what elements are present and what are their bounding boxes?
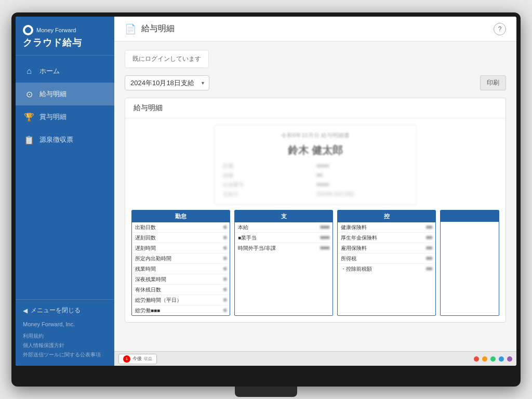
table-row: 時間外手当/非課 ■■■ — [235, 243, 332, 253]
date-dropdown-wrap: 2024年10月18日支給 — [125, 75, 209, 90]
payslip-icon: ⊙ — [24, 89, 34, 99]
logo-icon-inner — [25, 27, 31, 33]
table-row: 所得税 ■■ — [338, 254, 435, 264]
sidebar-item-bonus[interactable]: 🏆 賞与明細 — [16, 105, 114, 128]
table-row: 雇用保険料 ■■ — [338, 243, 435, 254]
row-label: 所得税 — [341, 255, 356, 262]
taskbar-dot-orange — [482, 356, 487, 362]
sidebar-item-payslip[interactable]: ⊙ 給与明細 — [16, 83, 114, 105]
sidebar-logo: Money Forward クラウド給与 — [16, 17, 114, 56]
row-value: ■■ — [426, 255, 432, 262]
table-row: 健康保険料 ■■ — [338, 222, 435, 233]
taskbar-dots — [474, 356, 512, 362]
row-value: ■ — [223, 265, 227, 273]
table-row: 総労働時間（平日） ■ — [132, 295, 230, 305]
koujo-table: 控 健康保険料 ■■ 厚生年金保険料 ■■ — [337, 210, 436, 316]
info-rows: 所属 ■■■■ 役職 ■■ 社員番号 ■■■■ 支給日 2024年10月18日 — [223, 163, 407, 198]
sidebar: Money Forward クラウド給与 ⌂ ホーム ⊙ 給与明細 🏆 賞与明細 — [16, 17, 114, 366]
home-icon: ⌂ — [24, 66, 34, 76]
footer-link-external[interactable]: 外部送信ツールに関する公表事項 — [23, 350, 107, 360]
login-notice: 既にログインしています — [125, 50, 209, 68]
content-area: 既にログインしています 2024年10月18日支給 印刷 給与明細 — [114, 42, 516, 351]
row-value: ■■■ — [320, 224, 329, 231]
footer-link-privacy[interactable]: 個人情報保護方針 — [23, 341, 107, 350]
info-dept-label: 所属 — [223, 163, 314, 170]
sidebar-nav: ⌂ ホーム ⊙ 給与明細 🏆 賞与明細 📋 源泉徴収票 — [16, 56, 114, 299]
info-empid-label: 社員番号 — [223, 181, 314, 189]
footer-links: 利用規約 個人情報保護方針 外部送信ツールに関する公表事項 — [23, 331, 107, 360]
tables-row: 勤怠 出勤日数 ■ 遅刻回数 ■ — [131, 210, 499, 316]
table-row: 残業時間 ■ — [132, 264, 230, 274]
page-icon: 📄 — [125, 23, 136, 35]
sidebar-item-home[interactable]: ⌂ ホーム — [16, 60, 114, 83]
info-card-subtitle: 令和6年10月分 給与明細書 — [223, 131, 407, 139]
sidebar-item-withholding[interactable]: 📋 源泉徴収票 — [16, 128, 114, 151]
info-card: 令和6年10月分 給与明細書 鈴木 健太郎 所属 ■■■■ 役職 ■■ 社員番号… — [214, 125, 416, 205]
table-row: ■業手当 ■■■ — [235, 233, 332, 243]
table-row: 総労働■■■ ■ — [132, 305, 230, 315]
row-label: 総労働■■■ — [135, 307, 160, 314]
row-label: 遅刻回数 — [135, 234, 156, 242]
shikyuu-header: 支 — [235, 210, 332, 222]
row-label: 本給 — [238, 224, 248, 231]
taskbar-item[interactable]: 1 今後 収益 — [118, 354, 157, 364]
table-row: 所定内出勤時間 ■ — [132, 254, 230, 264]
close-menu-label: メニューを閉じる — [31, 306, 81, 315]
product-name: クラウド給与 — [23, 36, 107, 49]
print-button[interactable]: 印刷 — [480, 75, 506, 90]
extra-table — [440, 210, 499, 316]
logo-icon — [23, 25, 33, 35]
info-role-value: ■■ — [316, 172, 408, 179]
kinmu-body: 出勤日数 ■ 遅刻回数 ■ 遅刻時間 ■ — [132, 222, 230, 315]
table-row: 本給 ■■■ — [235, 222, 332, 233]
page-title: 給与明細 — [141, 23, 175, 34]
row-value: ■ — [223, 286, 227, 294]
row-label: 所定内出勤時間 — [135, 255, 171, 262]
date-selector: 2024年10月18日支給 — [125, 75, 209, 90]
info-dept-value: ■■■■ — [316, 163, 408, 170]
extra-header — [441, 210, 499, 222]
row-label: 総労働時間（平日） — [135, 297, 182, 304]
taskbar-label: 今後 — [132, 355, 142, 362]
withholding-icon: 📋 — [24, 135, 34, 145]
date-dropdown[interactable]: 2024年10月18日支給 — [125, 75, 209, 90]
table-row: 遅刻時間 ■ — [132, 243, 230, 254]
taskbar-dot-red — [474, 356, 479, 362]
help-button[interactable]: ? — [494, 23, 506, 35]
bonus-icon: 🏆 — [24, 112, 34, 122]
controls-row: 2024年10月18日支給 印刷 — [125, 75, 506, 90]
taskbar-dot-green — [490, 356, 496, 362]
taskbar-dot-purple — [507, 356, 512, 362]
sidebar-footer: ◀ メニューを閉じる Money Forward, Inc. 利用規約 個人情報… — [16, 299, 114, 366]
row-value: ■ — [223, 224, 227, 231]
row-value: ■ — [223, 255, 227, 262]
koujo-header: 控 — [338, 210, 435, 222]
slip-section: 給与明細 令和6年10月分 給与明細書 鈴木 健太郎 所属 ■■■■ 役職 ■■ — [125, 98, 506, 323]
row-label: 時間外手当/非課 — [238, 245, 276, 252]
row-label: 出勤日数 — [135, 224, 156, 231]
top-bar-right: ? — [494, 23, 506, 35]
slip-header: 給与明細 — [125, 98, 506, 118]
sidebar-label-payslip: 給与明細 — [39, 89, 66, 99]
row-value: ■ — [223, 307, 227, 314]
table-row: 深夜残業時間 ■ — [132, 274, 230, 285]
employee-name: 鈴木 健太郎 — [223, 143, 407, 157]
row-label: 健康保険料 — [341, 224, 367, 231]
info-date-value: 2024年10月18日 — [316, 191, 408, 198]
row-label: 深夜残業時間 — [135, 276, 166, 283]
top-bar: 📄 給与明細 ? — [114, 17, 516, 42]
row-value: ■ — [223, 297, 227, 304]
shikyuu-table: 支 本給 ■■■ ■業手当 ■■■ — [234, 210, 333, 316]
kinmu-header: 勤怠 — [132, 210, 230, 222]
row-label: 残業時間 — [135, 265, 156, 273]
row-value: ■■■ — [320, 234, 329, 242]
taskbar-sublabel: 収益 — [144, 356, 152, 362]
close-menu-button[interactable]: ◀ メニューを閉じる — [23, 306, 107, 315]
footer-company: Money Forward, Inc. — [23, 321, 107, 327]
row-value: ■■■ — [320, 245, 329, 252]
help-label: ? — [498, 25, 502, 33]
slip-content: 令和6年10月分 給与明細書 鈴木 健太郎 所属 ■■■■ 役職 ■■ 社員番号… — [125, 118, 506, 322]
row-label: 雇用保険料 — [341, 245, 367, 252]
footer-link-terms[interactable]: 利用規約 — [23, 331, 107, 341]
monitor-stand — [235, 387, 297, 397]
